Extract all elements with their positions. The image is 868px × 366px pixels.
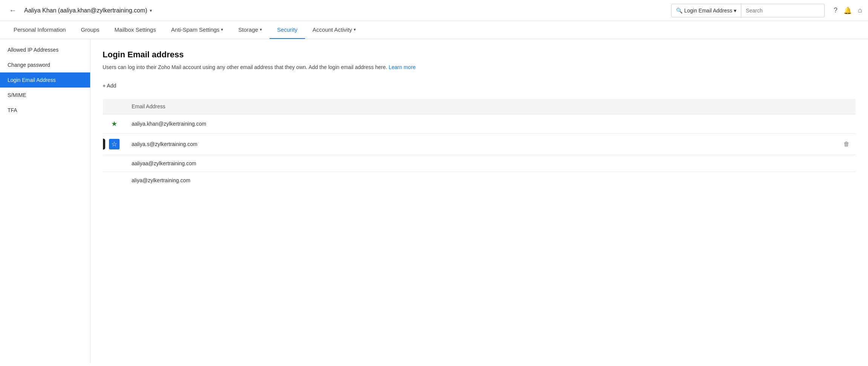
help-icon[interactable]: ? xyxy=(834,6,837,14)
email-value-1: aaliya.khan@zylkertraining.com xyxy=(132,121,206,127)
email-cell-1: aaliya.khan@zylkertraining.com xyxy=(126,114,833,134)
action-cell-1 xyxy=(833,114,856,134)
user-name-label: Aaliya Khan (aaliya.khan@zylkertraining.… xyxy=(24,7,147,14)
tooltip-box: Make as primary address xyxy=(103,139,105,150)
sidebar-allowed-ip-label: Allowed IP Addresses xyxy=(8,47,58,53)
action-cell-3 xyxy=(833,155,856,172)
tab-groups-label: Groups xyxy=(81,26,99,33)
sidebar-item-login-email[interactable]: Login Email Address xyxy=(0,72,90,88)
back-button[interactable]: ← xyxy=(6,5,20,16)
add-label: + Add xyxy=(103,83,116,89)
activity-chevron-icon: ▾ xyxy=(354,27,356,32)
sidebar-tfa-label: TFA xyxy=(8,107,17,113)
sidebar-item-change-password[interactable]: Change password xyxy=(0,57,90,72)
tab-groups[interactable]: Groups xyxy=(73,21,107,39)
email-cell-3: aaliyaa@zylkertraining.com xyxy=(126,155,833,172)
description-text: Users can log into their Zoho Mail accou… xyxy=(103,64,387,70)
user-title[interactable]: Aaliya Khan (aaliya.khan@zylkertraining.… xyxy=(24,7,152,14)
search-area: 🔍 Login Email Address ▾ xyxy=(671,4,825,17)
table-header-action xyxy=(833,99,856,114)
tab-antispam[interactable]: Anti-Spam Settings ▾ xyxy=(164,21,231,39)
storage-chevron-icon: ▾ xyxy=(260,27,262,32)
action-cell-2: 🗑 xyxy=(833,134,856,155)
table-row: ★ aaliya.khan@zylkertraining.com xyxy=(103,114,856,134)
tab-security[interactable]: Security xyxy=(270,21,305,39)
search-type-selector[interactable]: 🔍 Login Email Address ▾ xyxy=(672,4,741,17)
table-row: aaliyaa@zylkertraining.com xyxy=(103,155,856,172)
main-layout: Allowed IP Addresses Change password Log… xyxy=(0,39,868,363)
tab-personal-label: Personal Information xyxy=(14,26,66,33)
sidebar-item-allowed-ip[interactable]: Allowed IP Addresses xyxy=(0,42,90,57)
tab-mailbox[interactable]: Mailbox Settings xyxy=(107,21,164,39)
email-value-4: aliya@zylkertraining.com xyxy=(132,177,190,183)
tab-security-label: Security xyxy=(277,26,298,33)
email-value-2: aaliya.s@zylkertraining.com xyxy=(132,141,198,147)
search-input[interactable] xyxy=(741,8,824,14)
email-cell-4: aliya@zylkertraining.com xyxy=(126,172,833,189)
tab-mailbox-label: Mailbox Settings xyxy=(115,26,156,33)
nav-tabs: Personal Information Groups Mailbox Sett… xyxy=(0,21,868,39)
search-type-label: Login Email Address xyxy=(684,8,732,14)
home-icon[interactable]: ⌂ xyxy=(858,6,862,14)
star-cell-3 xyxy=(103,155,126,172)
star-cell-4 xyxy=(103,172,126,189)
header: ← Aaliya Khan (aaliya.khan@zylkertrainin… xyxy=(0,0,868,21)
page-title: Login Email address xyxy=(103,50,856,60)
table-header-star xyxy=(103,99,126,114)
tab-personal[interactable]: Personal Information xyxy=(6,21,73,39)
sidebar-login-email-label: Login Email Address xyxy=(8,77,56,83)
delete-button-2[interactable]: 🗑 xyxy=(843,141,850,147)
add-button[interactable]: + Add xyxy=(103,80,856,91)
tab-activity-label: Account Activity xyxy=(313,26,352,33)
action-cell-4 xyxy=(833,172,856,189)
content-description: Users can log into their Zoho Mail accou… xyxy=(103,63,856,71)
search-type-arrow-icon: ▾ xyxy=(734,8,736,14)
search-icon: 🔍 xyxy=(676,8,682,14)
sidebar-item-smime[interactable]: S/MIME xyxy=(0,88,90,103)
email-table: Email Address ★ aaliya.khan@zylkertraini… xyxy=(103,98,856,189)
primary-star-cell: ★ xyxy=(103,114,126,134)
table-header-email: Email Address xyxy=(126,99,833,114)
star-cell-2: Make as primary address ☆ xyxy=(103,134,126,155)
sidebar-change-password-label: Change password xyxy=(8,62,50,68)
learn-more-link[interactable]: Learn more xyxy=(389,64,416,70)
tab-storage-label: Storage xyxy=(238,26,258,33)
tab-antispam-label: Anti-Spam Settings xyxy=(171,26,219,33)
table-row: Make as primary address ☆ aaliya.s@zylke… xyxy=(103,134,856,155)
email-value-3: aaliyaa@zylkertraining.com xyxy=(132,160,196,166)
main-content: Login Email address Users can log into t… xyxy=(90,39,868,363)
make-primary-button[interactable]: ☆ xyxy=(109,139,120,149)
email-cell-2: aaliya.s@zylkertraining.com xyxy=(126,134,833,155)
primary-star-icon: ★ xyxy=(111,120,117,128)
notifications-icon[interactable]: 🔔 xyxy=(843,6,852,15)
tab-activity[interactable]: Account Activity ▾ xyxy=(305,21,363,39)
sidebar-smime-label: S/MIME xyxy=(8,92,26,98)
sidebar-item-tfa[interactable]: TFA xyxy=(0,103,90,118)
user-chevron-icon: ▾ xyxy=(150,8,152,13)
sidebar: Allowed IP Addresses Change password Log… xyxy=(0,39,90,363)
antispam-chevron-icon: ▾ xyxy=(221,27,223,32)
tab-storage[interactable]: Storage ▾ xyxy=(231,21,270,39)
header-icons: ? 🔔 ⌂ xyxy=(834,6,862,15)
tooltip-wrapper: Make as primary address ☆ xyxy=(109,139,120,149)
table-row: aliya@zylkertraining.com xyxy=(103,172,856,189)
